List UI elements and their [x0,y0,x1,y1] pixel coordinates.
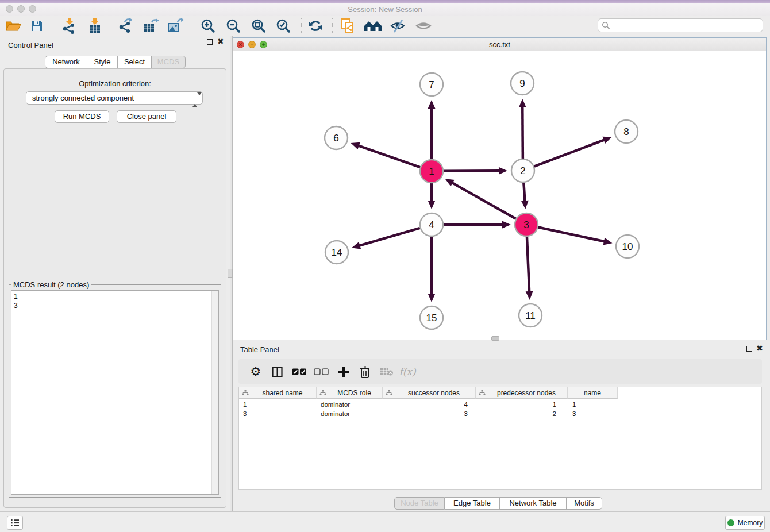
optimization-criterion-select[interactable]: strongly connected component [26,91,203,105]
refresh-icon[interactable] [305,17,326,34]
close-panel-button[interactable]: Close panel [117,110,176,123]
delete-row-icon[interactable] [355,363,375,380]
graph-node-label-4: 4 [429,219,434,230]
panel-divider-grip[interactable] [228,269,233,278]
duplicate-network-icon[interactable] [337,17,358,34]
hide-selected-icon[interactable] [387,17,408,34]
graph-edge-arrowhead [428,294,436,302]
zoom-selected-icon[interactable] [273,17,294,34]
network-window-title: scc.txt [233,40,766,49]
toolbar-separator [301,18,302,33]
task-history-button[interactable] [7,516,23,530]
graph-node-label-3: 3 [523,219,529,230]
tab-motifs[interactable]: Motifs [567,497,602,510]
graph-node-label-14: 14 [332,247,342,258]
zoom-fit-icon[interactable] [248,17,269,34]
add-row-icon[interactable] [334,363,353,380]
graph-edge-arrowhead [428,201,436,209]
network-table-divider-grip[interactable] [491,336,499,341]
graph-edge-2-9[interactable] [522,106,523,159]
status-bar: Memory [0,511,770,532]
graph-edge-3-1[interactable] [452,183,516,219]
tab-select[interactable]: Select [118,56,152,68]
control-panel-header: Control Panel ✖ [0,36,230,53]
memory-button[interactable]: Memory [725,516,765,530]
graph-edge-1-6[interactable] [358,145,420,167]
optimization-criterion-value: strongly connected component [32,94,134,102]
graph-edge-arrowhead [499,167,507,175]
control-panel-float-icon[interactable] [207,39,214,47]
function-builder-icon: f(x) [398,363,417,380]
tab-mcds[interactable]: MCDS [152,56,186,68]
mcds-result-area[interactable]: 1 3 [11,290,219,495]
col-predecessor-nodes[interactable]: predecessor nodes [476,387,568,399]
table-panel-close-icon[interactable]: ✖ [756,345,764,352]
graph-edge-arrowhead [502,221,511,229]
tab-node-table[interactable]: Node Table [394,497,445,510]
app-title: Session: New Session [0,5,770,14]
run-mcds-button[interactable]: Run MCDS [55,110,109,123]
graph-edge-2-8[interactable] [534,140,605,166]
graph-node-label-15: 15 [426,313,437,323]
settings-gear-icon[interactable]: ⚙ [246,363,265,380]
col-shared-name[interactable]: shared name [239,387,317,399]
network-graph: 7968124314101511 [233,51,766,340]
tab-edge-table[interactable]: Edge Table [445,497,500,510]
table-panel-title: Table Panel [240,345,279,354]
home-networks-icon[interactable] [363,17,383,34]
graph-edge-arrowhead [428,100,436,109]
optimization-criterion-label: Optimization criterion: [4,79,226,88]
col-successor-nodes[interactable]: successor nodes [383,387,476,399]
graph-node-label-10: 10 [622,241,633,252]
graph-node-label-2: 2 [520,165,525,176]
control-panel-title: Control Panel [8,41,53,49]
tab-style[interactable]: Style [87,56,118,68]
import-network-icon[interactable] [59,17,79,34]
search-input[interactable] [598,18,763,32]
table-panel-float-icon[interactable] [746,346,754,353]
graph-edge-3-10[interactable] [538,227,605,241]
columns-icon[interactable] [267,363,287,380]
table-panel-tabs: Node Table Edge Table Network Table Moti… [233,497,767,510]
graph-edge-1-2[interactable] [444,171,500,171]
mcds-result-text: 1 3 [14,292,18,310]
app-titlebar: Session: New Session [0,0,770,17]
hierarchy-icon [386,390,392,396]
graph-edge-3-11[interactable] [527,237,529,292]
col-mcds-role[interactable]: MCDS role [317,387,383,399]
col-name[interactable]: name [568,387,618,399]
mcds-result-scrollbar[interactable] [211,291,218,494]
mcds-panel: Optimization criterion: strongly connect… [3,68,226,508]
memory-status-icon [727,519,734,526]
network-window-titlebar[interactable]: ✕ − + scc.txt [233,38,766,51]
node-table[interactable]: shared name MCDS role successor [238,387,762,490]
main-toolbar [0,16,770,36]
graph-node-label-7: 7 [429,79,434,90]
table-toolbar: ⚙ [238,359,762,384]
list-icon [10,519,20,527]
export-network-icon[interactable] [115,17,136,34]
graph-edge-arrowhead [602,137,611,144]
export-image-icon[interactable] [165,17,186,34]
show-all-icon[interactable] [413,17,434,34]
export-table-icon[interactable] [140,17,161,34]
delete-table-icon [377,363,396,380]
graph-edge-4-14[interactable] [359,228,419,246]
tab-network[interactable]: Network [45,56,87,68]
deselect-all-icon[interactable] [311,363,331,380]
save-session-icon[interactable] [26,17,47,34]
tab-network-table[interactable]: Network Table [500,497,567,510]
graph-node-label-8: 8 [623,126,629,137]
graph-edge-2-3[interactable] [523,183,525,202]
open-session-icon[interactable] [3,17,24,34]
network-window: ✕ − + scc.txt 7968124314101511 [233,37,767,340]
toolbar-separator [53,18,53,33]
zoom-in-icon[interactable] [198,17,218,34]
network-canvas[interactable]: 7968124314101511 [233,51,766,340]
control-panel-close-icon[interactable]: ✖ [217,38,225,45]
import-table-icon[interactable] [84,17,105,34]
graph-edge-arrowhead [352,242,361,249]
select-all-icon[interactable] [290,363,309,380]
zoom-out-icon[interactable] [223,17,244,34]
toolbar-separator [110,18,110,33]
